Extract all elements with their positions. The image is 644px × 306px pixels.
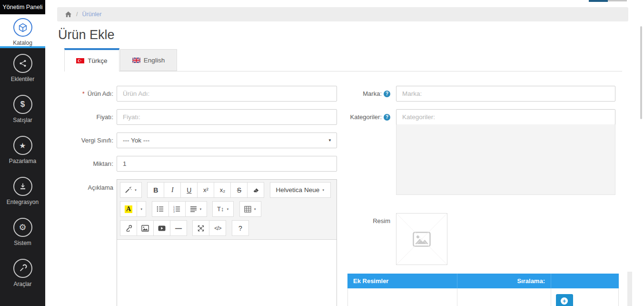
brand-label: Marka: ?: [295, 86, 390, 102]
chevron-down-icon: ▼: [226, 208, 229, 211]
paragraph-align-dropdown[interactable]: ▼: [185, 201, 207, 217]
product-image-box[interactable]: [396, 213, 447, 265]
sidebar: Yönetim Paneli Katalog Eklentiler $ Satı…: [0, 0, 45, 306]
font-family-dropdown[interactable]: Helvetica Neue ▼: [270, 182, 331, 198]
dollar-icon: $: [13, 95, 32, 114]
sidebar-item-eklentiler[interactable]: Eklentiler: [0, 48, 45, 89]
line-height-dropdown[interactable]: T↕ ▼: [212, 201, 234, 217]
table-row: +: [347, 288, 619, 306]
list-ol-icon: 123: [173, 205, 180, 213]
add-image-button[interactable]: +: [556, 294, 573, 306]
image-icon: [141, 225, 149, 232]
code-view-button[interactable]: </>: [209, 220, 226, 236]
help-icon[interactable]: ?: [384, 114, 390, 121]
description-label: Açıklama: [62, 179, 113, 200]
subscript-button[interactable]: x₂: [214, 182, 231, 198]
italic-button[interactable]: I: [164, 182, 181, 198]
tab-label: English: [144, 57, 165, 64]
column-header-ek-resimler: Ek Resimler: [347, 274, 457, 288]
quantity-label: Miktarı:: [62, 156, 113, 172]
horizontal-rule-button[interactable]: —: [170, 220, 187, 236]
tab-turkce[interactable]: Türkçe: [64, 48, 119, 71]
chevron-down-icon: ▼: [254, 208, 257, 211]
underline-button[interactable]: U: [180, 182, 198, 198]
price-label: Fiyatı:: [62, 109, 113, 125]
help-icon[interactable]: ?: [384, 91, 390, 97]
font-color-dropdown[interactable]: ▼: [137, 201, 146, 217]
video-icon: [158, 225, 166, 231]
tabs-divider: [64, 71, 622, 71]
gear-icon: ⚙: [13, 218, 32, 237]
sidebar-item-label: Satışlar: [13, 117, 32, 123]
sidebar-item-katalog[interactable]: Katalog: [0, 14, 45, 48]
chevron-down-icon: ▼: [134, 189, 137, 192]
superscript-button[interactable]: x²: [197, 182, 214, 198]
breadcrumb-link-urunler[interactable]: Ürünler: [82, 11, 101, 18]
fullscreen-button[interactable]: [192, 220, 209, 236]
uk-flag-icon: [132, 58, 140, 63]
header-fragment-gray: [608, 0, 627, 1]
magic-wand-icon: [125, 186, 132, 194]
plus-circle-icon: +: [561, 297, 568, 305]
sort-order-cell: [457, 288, 551, 306]
chevron-down-icon: ▼: [140, 208, 143, 211]
sidebar-item-pazarlama[interactable]: ★ Pazarlama: [0, 130, 45, 171]
breadcrumb: / Ürünler: [57, 7, 628, 21]
admin-panel-title: Yönetim Paneli: [0, 0, 45, 14]
home-icon[interactable]: [65, 11, 72, 18]
sidebar-item-label: Katalog: [13, 40, 32, 46]
chevron-down-icon: ▼: [328, 138, 332, 143]
image-label: Resim: [295, 213, 390, 229]
sidebar-item-label: Araçlar: [13, 281, 31, 287]
sidebar-item-entegrasyon[interactable]: Entegrasyon: [0, 171, 45, 212]
page-title: Ürün Ekle: [58, 28, 115, 42]
sidebar-item-label: Pazarlama: [9, 158, 36, 164]
font-color-button[interactable]: A: [120, 201, 137, 217]
insert-link-button[interactable]: [120, 220, 137, 236]
quantity-input[interactable]: [117, 156, 337, 172]
list-ul-icon: [157, 205, 164, 213]
chevron-down-icon: ▼: [199, 208, 202, 211]
ordered-list-button[interactable]: 123: [168, 201, 186, 217]
tax-class-selected-value: --- Yok ---: [123, 137, 149, 144]
link-icon: [125, 224, 132, 232]
categories-input[interactable]: [396, 109, 615, 125]
header-fragment-blue: [589, 0, 608, 2]
align-icon: [190, 206, 197, 212]
product-name-label: * Ürün Adı:: [62, 86, 113, 102]
panel-scroll-track: [627, 272, 632, 306]
bold-button[interactable]: B: [147, 182, 164, 198]
extra-images-table: Ek Resimler Sıralama: +: [347, 274, 619, 306]
column-header-actions: [551, 274, 619, 288]
sidebar-item-satislar[interactable]: $ Satışlar: [0, 89, 45, 130]
strikethrough-button[interactable]: S: [230, 182, 248, 198]
sidebar-item-sistem[interactable]: ⚙ Sistem: [0, 212, 45, 253]
star-icon: ★: [13, 136, 32, 155]
arrows-expand-icon: [198, 225, 204, 232]
share-nodes-icon: [13, 54, 32, 73]
insert-image-button[interactable]: [137, 220, 154, 236]
required-marker: *: [82, 90, 85, 97]
page-scrollbar-thumb[interactable]: [640, 26, 642, 119]
editor-toolbar: ▼ B I U x² x₂ S Helvetica Neue ▼ A: [117, 180, 337, 239]
editor-help-button[interactable]: ?: [232, 220, 249, 236]
tab-english[interactable]: English: [120, 49, 177, 71]
insert-video-button[interactable]: [153, 220, 170, 236]
font-color-icon: A: [125, 205, 132, 213]
sidebar-item-label: Eklentiler: [11, 76, 34, 82]
brand-input[interactable]: [396, 86, 615, 102]
style-dropdown-button[interactable]: ▼: [120, 182, 142, 198]
chevron-down-icon: ▼: [322, 189, 325, 192]
description-editor: ▼ B I U x² x₂ S Helvetica Neue ▼ A: [117, 179, 337, 306]
line-height-icon: T↕: [217, 205, 224, 213]
placeholder-cross-lines: [396, 214, 447, 265]
description-editable-area[interactable]: [117, 239, 337, 306]
tax-class-select[interactable]: --- Yok --- ▼: [117, 133, 337, 148]
extra-images-table-header: Ek Resimler Sıralama:: [347, 274, 619, 288]
sidebar-item-araclar[interactable]: Araçlar: [0, 253, 45, 294]
column-header-siralama: Sıralama:: [457, 274, 551, 288]
table-dropdown[interactable]: ▼: [239, 201, 261, 217]
unordered-list-button[interactable]: [152, 201, 169, 217]
tax-class-label: Vergi Sınıfı:: [62, 133, 113, 148]
eraser-button[interactable]: [247, 182, 264, 198]
